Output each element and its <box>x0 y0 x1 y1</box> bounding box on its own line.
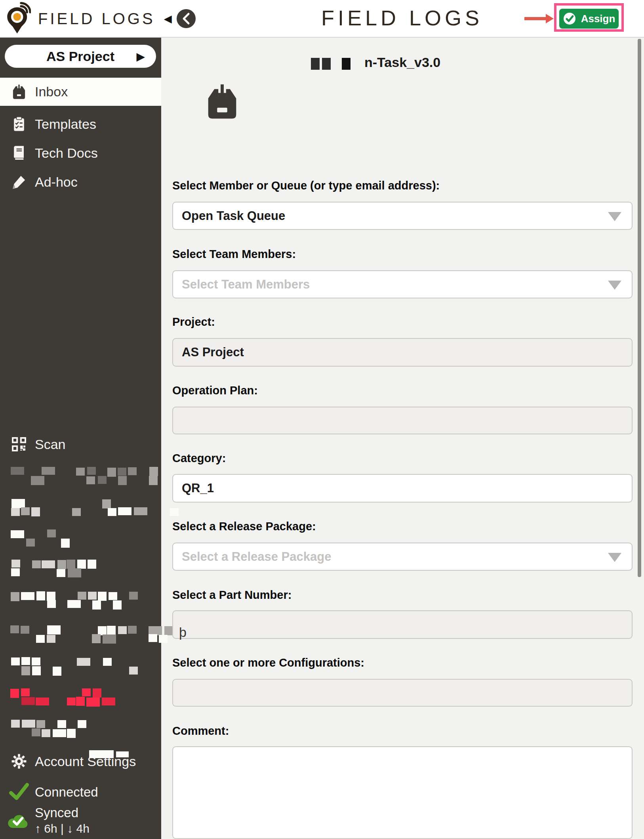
connection-status-label: Connected <box>35 785 98 800</box>
sidebar-item-redacted[interactable] <box>10 720 82 739</box>
project-selector-label: AS Project <box>46 49 114 64</box>
field-label-comment: Comment: <box>172 724 229 738</box>
field-value-team_members: Select Team Members <box>173 277 310 292</box>
back-button[interactable] <box>177 9 196 28</box>
field-label-release_package: Select a Release Package: <box>172 520 316 533</box>
qr-code-icon <box>10 436 28 453</box>
sidebar-item-redacted[interactable] <box>10 529 62 549</box>
sidebar-item-label: Templates <box>35 117 96 132</box>
field-label-project: Project: <box>172 315 215 329</box>
field-label-member_or_queue: Select Member or Queue (or type email ad… <box>172 179 440 192</box>
pencil-icon <box>10 173 28 191</box>
annotation-highlight-box: Assign <box>554 3 624 32</box>
field-member_or_queue[interactable]: Open Task Queue <box>172 202 633 230</box>
field-label-configurations: Select one or more Configurations: <box>172 656 364 669</box>
field-configurations[interactable] <box>172 679 633 707</box>
page-title: FIELD LOGS <box>309 6 495 30</box>
sync-status: Synced ↑ 6h | ↓ 4h <box>0 805 161 839</box>
field-operation_plan[interactable] <box>172 407 633 434</box>
task-title: n-Task_v3.0 <box>364 55 440 70</box>
gear-icon <box>10 753 28 770</box>
sidebar-item-scan[interactable]: Scan <box>0 432 161 457</box>
chevron-down-icon <box>608 553 621 562</box>
field-release_package[interactable]: Select a Release Package <box>172 543 633 571</box>
app-header: FIELD LOGS ◀ FIELD LOGS Assign <box>0 0 644 38</box>
checkmark-icon <box>9 782 29 802</box>
check-circle-icon <box>563 12 576 25</box>
scrollbar-thumb[interactable] <box>638 39 641 577</box>
redacted-task-title-prefix <box>271 57 358 71</box>
sidebar-item-redacted[interactable] <box>10 625 166 644</box>
chevron-right-icon: ▶ <box>136 50 145 63</box>
field-label-part_number: Select a Part Number: <box>172 589 292 602</box>
field-part_number[interactable] <box>172 610 633 639</box>
sidebar: AS Project ▶ Inbox <box>0 38 161 839</box>
field-label-operation_plan: Operation Plan: <box>172 384 258 397</box>
sidebar-item-redacted[interactable] <box>10 560 90 579</box>
logo-pin-icon <box>5 2 31 36</box>
sidebar-item-inbox[interactable]: Inbox <box>0 78 161 106</box>
sidebar-item-redacted[interactable] <box>10 499 171 518</box>
connection-status: Connected <box>0 780 161 805</box>
field-comment[interactable] <box>172 746 633 839</box>
field-category[interactable]: QR_1 <box>172 474 633 503</box>
clipboard-icon <box>10 115 28 133</box>
field-label-category: Category: <box>172 452 226 465</box>
redaction-patch <box>116 751 129 757</box>
sidebar-item-label: Scan <box>35 437 66 452</box>
project-selector-pill[interactable]: AS Project ▶ <box>5 45 156 68</box>
sidebar-item-label: Inbox <box>35 84 68 99</box>
sidebar-item-ad-hoc[interactable]: Ad-hoc <box>0 170 161 194</box>
field-value-project: AS Project <box>173 345 244 359</box>
field-value-release_package: Select a Release Package <box>173 550 331 564</box>
sync-detail: ↑ 6h | ↓ 4h <box>35 822 90 835</box>
back-chevron-icon <box>181 12 191 25</box>
cloud-sync-icon <box>6 810 30 831</box>
sidebar-item-tech-docs[interactable]: Tech Docs <box>0 141 161 165</box>
redacted-stray-char: þ <box>179 625 187 640</box>
redaction-patch <box>89 750 114 758</box>
field-team_members[interactable]: Select Team Members <box>172 270 633 298</box>
sidebar-item-redacted[interactable] <box>10 688 127 707</box>
assign-button-label: Assign <box>581 13 615 25</box>
sidebar-item-label: Tech Docs <box>35 145 98 161</box>
field-logs-app: FIELD LOGS ◀ FIELD LOGS Assign <box>0 0 644 839</box>
sidebar-item-redacted[interactable] <box>10 467 149 486</box>
chevron-down-icon <box>608 281 621 290</box>
brand-title: FIELD LOGS <box>38 10 155 28</box>
field-value-category: QR_1 <box>173 481 214 495</box>
assign-button[interactable]: Assign <box>559 9 619 29</box>
sidebar-item-account-settings[interactable]: Account Settings <box>0 749 161 774</box>
sync-status-label: Synced <box>35 805 78 820</box>
inbox-download-icon <box>203 82 242 122</box>
field-project[interactable]: AS Project <box>172 338 633 367</box>
sidebar-item-redacted[interactable] <box>10 591 133 610</box>
field-label-team_members: Select Team Members: <box>172 248 296 261</box>
sidebar-item-label: Ad-hoc <box>35 174 78 190</box>
book-icon <box>10 144 28 162</box>
chevron-down-icon <box>608 212 621 221</box>
annotation-arrow-icon <box>524 13 554 24</box>
field-value-member_or_queue: Open Task Queue <box>173 209 285 223</box>
sidebar-collapse-icon[interactable]: ◀ <box>164 13 172 25</box>
sidebar-item-templates[interactable]: Templates <box>0 112 161 136</box>
field-logs-logo: FIELD LOGS ◀ <box>5 2 172 36</box>
sidebar-item-redacted[interactable] <box>10 657 133 676</box>
inbox-icon <box>10 83 28 101</box>
